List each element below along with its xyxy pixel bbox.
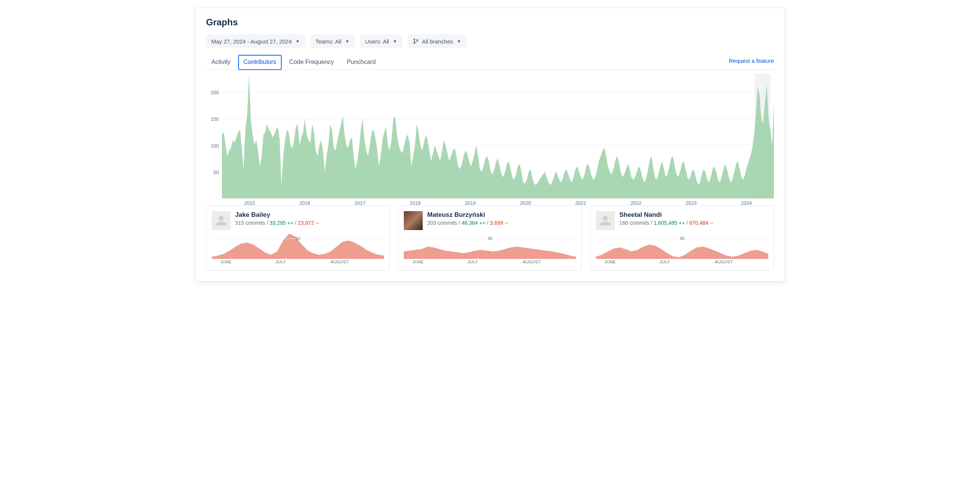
graphs-panel: Graphs May 27, 2024 - August 27, 2024 ▼ … (195, 8, 785, 281)
contributor-name[interactable]: Sheetal Nandi (619, 211, 713, 219)
contributor-name[interactable]: Jake Bailey (235, 211, 319, 219)
x-tick-label: 2015 (244, 200, 255, 206)
contributor-mini-chart: 50JUNEJULYAUGUST (596, 232, 768, 267)
x-tick-label: 2021 (576, 200, 586, 206)
contributor-cards: Jake Bailey315 commits / 33,295 ++ / 23,… (206, 206, 774, 271)
mini-x-tick: JULY (275, 260, 286, 264)
x-tick-label: 2018 (410, 200, 421, 206)
contributor-mini-chart: 50JUNEJULYAUGUST (212, 232, 384, 267)
date-range-label: May 27, 2024 - August 27, 2024 (212, 38, 292, 45)
contributor-card: Jake Bailey315 commits / 33,295 ++ / 23,… (206, 206, 390, 271)
contributor-mini-chart: 50JUNEJULYAUGUST (404, 232, 576, 267)
avatar[interactable] (212, 211, 231, 230)
main-chart[interactable]: 50100150200 2015201620172018201920202021… (206, 74, 774, 199)
x-tick-label: 2020 (520, 200, 531, 206)
mini-x-tick: AUGUST (331, 260, 349, 264)
mini-y-tick: 50 (296, 236, 300, 241)
chevron-down-icon: ▼ (393, 39, 397, 43)
contributor-stats: 203 commits / 46,364 ++ / 3,699 -- (427, 220, 508, 226)
branches-dropdown[interactable]: All branches ▼ (407, 34, 466, 48)
y-tick-label: 100 (211, 143, 219, 148)
tabs: Activity Contributors Code Frequency Pun… (206, 55, 381, 70)
mini-x-tick: AUGUST (715, 260, 733, 264)
request-feature-link[interactable]: Request a feature (729, 57, 774, 67)
branches-label: All branches (422, 38, 453, 45)
x-tick-label: 2024 (741, 200, 752, 206)
tab-contributors[interactable]: Contributors (238, 55, 282, 70)
tab-punchcard[interactable]: Punchcard (341, 55, 381, 70)
mini-x-tick: JULY (660, 260, 670, 264)
x-tick-label: 2017 (355, 200, 366, 206)
contributor-card: Sheetal Nandi160 commits / 1,605,485 ++ … (590, 206, 774, 271)
branch-icon (413, 38, 419, 44)
contributor-name[interactable]: Mateusz Burzyński (427, 211, 508, 219)
x-tick-label: 2023 (686, 200, 697, 206)
mini-x-tick: JUNE (412, 260, 424, 264)
tab-code-frequency[interactable]: Code Frequency (284, 55, 339, 70)
chevron-down-icon: ▼ (457, 39, 461, 43)
contributor-stats: 160 commits / 1,605,485 ++ / 870,484 -- (619, 220, 713, 226)
tabs-row: Activity Contributors Code Frequency Pun… (206, 55, 774, 70)
users-dropdown[interactable]: Users: All ▼ (360, 34, 402, 48)
mini-x-tick: JUNE (605, 260, 616, 264)
tab-activity[interactable]: Activity (206, 55, 236, 70)
filter-bar: May 27, 2024 - August 27, 2024 ▼ Teams: … (206, 34, 774, 48)
mini-x-tick: AUGUST (523, 260, 541, 264)
avatar[interactable] (404, 211, 423, 230)
mini-x-tick: JULY (468, 260, 478, 264)
x-tick-label: 2016 (299, 200, 310, 206)
y-tick-label: 50 (214, 169, 219, 175)
x-tick-label: 2019 (465, 200, 476, 206)
chevron-down-icon: ▼ (296, 39, 300, 43)
svg-point-0 (414, 38, 415, 40)
mini-y-tick: 50 (488, 236, 492, 241)
users-label: Users: All (365, 38, 389, 45)
page-title: Graphs (206, 17, 774, 28)
date-range-dropdown[interactable]: May 27, 2024 - August 27, 2024 ▼ (206, 34, 305, 48)
y-tick-label: 200 (211, 90, 219, 95)
avatar[interactable] (596, 211, 615, 230)
y-axis: 50100150200 (206, 74, 222, 199)
teams-dropdown[interactable]: Teams: All ▼ (310, 34, 355, 48)
contributor-card: Mateusz Burzyński203 commits / 46,364 ++… (398, 206, 582, 271)
mini-x-tick: JUNE (220, 260, 232, 264)
x-axis: 2015201620172018201920202021202220232024 (222, 199, 774, 208)
y-tick-label: 150 (211, 116, 219, 122)
chevron-down-icon: ▼ (345, 39, 349, 43)
svg-point-1 (414, 42, 415, 43)
mini-y-tick: 50 (680, 236, 684, 241)
x-tick-label: 2022 (631, 200, 642, 206)
teams-label: Teams: All (316, 38, 341, 45)
contributor-stats: 315 commits / 33,295 ++ / 23,872 -- (235, 220, 319, 226)
svg-point-2 (417, 39, 418, 40)
